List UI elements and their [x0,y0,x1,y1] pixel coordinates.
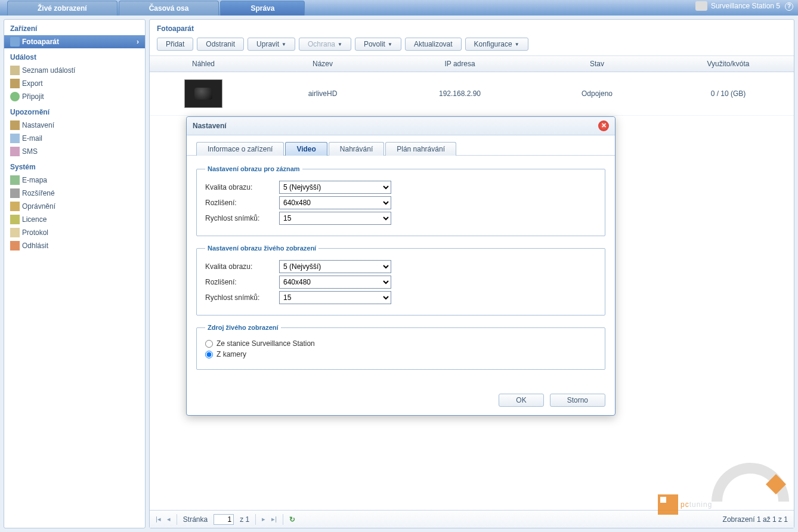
toolbar-button[interactable]: Povolit▼ [355,38,401,51]
rec-res-select[interactable]: 640x480 [279,196,391,209]
dialog-tab-1[interactable]: Video [285,142,327,156]
toolbar-button[interactable]: Upravit▼ [248,38,295,51]
sidebar-item-label: E-mapa [22,176,47,184]
ic-list-icon [10,66,20,75]
toolbar-button[interactable]: Ochrana▼ [299,38,351,51]
cell-ip: 192.168.2.90 [388,86,531,101]
col-preview[interactable]: Náhled [150,56,257,72]
chevron-down-icon: ▼ [338,42,342,47]
source-camera-label: Z kamery [216,350,246,358]
live-image-fieldset: Nastavení obrazu živého zobrazení Kvalit… [196,245,605,316]
sidebar-item[interactable]: SMS [4,145,145,158]
sidebar-section: Systém [4,158,145,174]
source-station-radio[interactable] [205,340,213,348]
panel-title: Fotoaparát [150,20,794,38]
col-status[interactable]: Stav [531,56,663,72]
sidebar-section: Událost [4,48,145,64]
dialog-tab-3[interactable]: Plán nahrávání [385,142,456,156]
ic-ext-icon [10,188,20,198]
top-tab-0[interactable]: Živé zobrazení [7,1,117,16]
ic-sms-icon [10,147,20,156]
live-res-label: Rozlišení: [205,278,279,286]
ic-perm-icon [10,202,20,211]
toolbar: PřidatOdstranitUpravit▼Ochrana▼Povolit▼A… [150,38,794,56]
top-tab-1[interactable]: Časová osa [119,1,219,16]
ic-lic-icon [10,215,20,224]
toolbar-button[interactable]: Odstranit [197,38,244,51]
first-page-icon[interactable]: |◂ [156,515,161,523]
sidebar-item[interactable]: Nastavení [4,119,145,132]
sidebar-item-label: SMS [22,147,38,156]
sidebar-item-label: Protokol [22,228,48,237]
ok-button[interactable]: OK [499,394,543,407]
camera-thumbnail [184,79,222,108]
ic-export-icon [10,79,20,88]
chevron-down-icon: ▼ [515,42,519,47]
ic-cam-icon [10,37,20,47]
sidebar-item[interactable]: E-mail [4,132,145,145]
live-quality-label: Kvalita obrazu: [205,262,279,271]
sidebar-item-label: Nastavení [22,121,54,129]
page-label: Stránka [183,515,208,524]
page-of: z 1 [240,515,249,524]
sidebar-item-label: Fotoaparát [22,38,59,46]
sidebar-item[interactable]: Export [4,77,145,90]
ic-email-icon [10,134,20,143]
sidebar: ZařízeníFotoaparát›UdálostSeznam událost… [4,19,146,528]
prev-page-icon[interactable]: ◂ [167,515,171,523]
live-quality-select[interactable]: 5 (Nejvyšší) [279,260,391,273]
sidebar-item[interactable]: Licence [4,213,145,226]
sidebar-item[interactable]: Odhlásit [4,239,145,252]
sidebar-item-label: Rozšířené [22,189,55,197]
chevron-down-icon: ▼ [282,42,286,47]
sidebar-section: Zařízení [4,20,145,35]
table-row[interactable]: airliveHD192.168.2.90Odpojeno0 / 10 (GB) [150,72,794,116]
sidebar-item-label: Odhlásit [22,242,48,250]
chevron-right-icon: › [137,38,139,46]
settings-dialog: Nastavení ✕ Informace o zařízeníVideoNah… [186,116,615,416]
col-ip[interactable]: IP adresa [388,56,531,72]
pager: |◂ ◂ Stránka z 1 ▸ ▸| ↻ Zobrazení 1 až 1… [150,510,794,528]
live-fps-select[interactable]: 15 [279,291,391,304]
help-icon[interactable]: ? [785,2,793,11]
dialog-tab-0[interactable]: Informace o zařízení [196,142,284,156]
refresh-icon[interactable]: ↻ [289,515,295,524]
cancel-button[interactable]: Storno [550,394,605,407]
cell-usage: 0 / 10 (GB) [663,86,794,101]
rec-fps-select[interactable]: 15 [279,212,391,225]
toolbar-button[interactable]: Přidat [157,38,193,51]
ic-settings-icon [10,120,20,130]
rec-quality-select[interactable]: 5 (Nejvyšší) [279,181,391,194]
col-usage[interactable]: Využito/kvóta [663,56,794,72]
source-station-label: Ze stanice Surveillance Station [216,339,315,348]
sidebar-item[interactable]: Připojit [4,90,145,103]
sidebar-item-label: Export [22,79,43,88]
sidebar-item[interactable]: Seznam událostí [4,64,145,77]
sidebar-item[interactable]: Fotoaparát› [4,35,145,48]
toolbar-button[interactable]: Aktualizovat [405,38,462,51]
cell-name: airliveHD [257,86,388,101]
cell-status: Odpojeno [531,86,663,101]
sidebar-item[interactable]: Protokol [4,226,145,239]
app-title: Surveillance Station 5 [695,1,780,11]
toolbar-button[interactable]: Konfigurace▼ [465,38,528,51]
top-tab-2[interactable]: Správa [220,1,305,16]
col-name[interactable]: Název [257,56,388,72]
sidebar-item-label: Oprávnění [22,202,55,211]
close-icon[interactable]: ✕ [598,120,609,131]
camera-icon [695,1,707,11]
sidebar-item[interactable]: Oprávnění [4,200,145,213]
page-input[interactable] [214,514,234,525]
next-page-icon[interactable]: ▸ [262,515,265,523]
rec-fps-label: Rychlost snímků: [205,214,279,222]
fs1-legend: Nastavení obrazu pro záznam [205,165,302,172]
source-camera-radio[interactable] [205,351,213,358]
sidebar-item[interactable]: Rozšířené [4,187,145,200]
live-res-select[interactable]: 640x480 [279,276,391,289]
dialog-tab-2[interactable]: Nahrávání [329,142,384,156]
rec-res-label: Rozlišení: [205,199,279,207]
sidebar-item[interactable]: E-mapa [4,174,145,187]
pager-range: Zobrazení 1 až 1 z 1 [723,515,788,524]
sidebar-item-label: Licence [22,215,47,224]
last-page-icon[interactable]: ▸| [271,515,277,523]
